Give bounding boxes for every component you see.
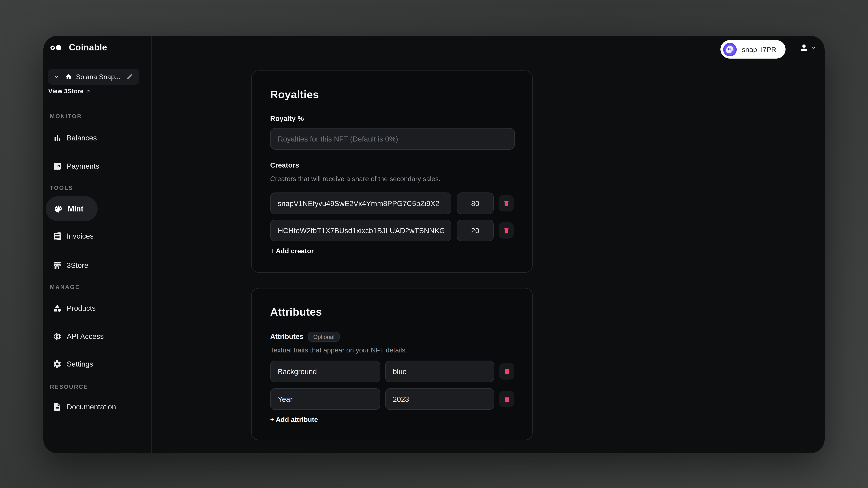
trash-icon [503,227,510,234]
attributes-description: Textual traits that appear on your NFT d… [270,346,514,355]
brand-name: Coinable [69,42,107,53]
section-label-resource: RESOURCE [50,383,88,390]
view-3store-label: View 3Store [48,88,84,94]
sidebar-item-payments[interactable]: Payments [43,156,151,176]
account-menu[interactable] [799,43,816,53]
creator-address-input[interactable] [270,220,452,241]
arrow-up-right-icon [86,89,91,94]
add-creator-button[interactable]: + Add creator [270,247,314,255]
attribute-value-input[interactable] [385,388,494,410]
creators-label: Creators [270,161,514,170]
view-3store-link[interactable]: View 3Store [48,88,91,94]
home-icon [65,73,72,80]
delete-creator-button[interactable] [499,195,514,212]
connected-wallet-button[interactable]: snap..i7PR [721,40,785,59]
sidebar-item-balances[interactable]: Balances [43,128,151,148]
delete-attribute-button[interactable] [499,363,514,380]
attribute-row [270,388,514,410]
trash-icon [503,396,510,403]
page-content: Royalties Royalty % Creators Creators th… [151,66,825,453]
delete-attribute-button[interactable] [499,391,514,407]
creator-row [270,220,514,241]
section-label-tools: TOOLS [50,184,73,191]
bar-chart-icon [53,133,62,142]
sidebar-item-invoices[interactable]: Invoices [43,226,151,246]
optional-badge: Optional [308,332,339,341]
chevron-down-icon [54,74,60,80]
attribute-name-input[interactable] [270,388,380,410]
royalty-percent-label: Royalty % [270,115,514,123]
sidebar-item-products[interactable]: Products [43,298,151,318]
top-header: snap..i7PR [151,36,825,66]
gear-icon [53,359,62,368]
attribute-row [270,361,514,382]
storefront-icon [53,261,62,270]
attributes-card: Attributes Attributes Optional Textual t… [251,288,533,440]
document-icon [53,402,62,411]
sidebar-item-documentation[interactable]: Documentation [43,397,151,416]
receipt-icon [53,231,62,240]
creator-share-input[interactable] [457,193,494,214]
creator-address-input[interactable] [270,193,452,214]
wallet-address-label: snap..i7PR [742,45,776,54]
sidebar: Coinable Solana Snap... View 3Store [43,36,152,453]
creator-row [270,193,514,214]
person-icon [799,43,809,53]
trash-icon [503,368,510,375]
main-area: snap..i7PR Royalties Royalty % [151,36,825,453]
section-label-manage: MANAGE [50,284,80,290]
attributes-title: Attributes [270,305,514,318]
brand-logo: Coinable [50,42,107,53]
chip-icon [53,332,62,341]
palette-icon [54,204,63,214]
workspace-name: Solana Snap... [76,73,120,80]
sidebar-item-3store[interactable]: 3Store [43,255,151,275]
trash-icon [503,200,510,207]
coinable-logo-icon [50,43,65,52]
edit-pencil-icon[interactable] [126,73,133,80]
desktop: Coinable Solana Snap... View 3Store [0,0,868,488]
wallet-icon [53,161,62,171]
attribute-value-input[interactable] [385,361,494,382]
sidebar-item-settings[interactable]: Settings [43,354,151,373]
attribute-name-input[interactable] [270,361,380,382]
royalties-title: Royalties [270,88,514,101]
creators-description: Creators that will receive a share of th… [270,174,514,183]
delete-creator-button[interactable] [499,222,514,238]
phantom-ghost-avatar [723,43,737,56]
workspace-selector[interactable]: Solana Snap... [48,69,140,85]
sidebar-item-mint[interactable]: Mint [45,196,98,221]
chevron-down-icon [811,45,816,51]
app-window: Coinable Solana Snap... View 3Store [43,36,825,453]
attributes-label: Attributes [270,332,304,341]
section-label-monitor: MONITOR [50,113,82,119]
creator-share-input[interactable] [457,220,494,241]
add-attribute-button[interactable]: + Add attribute [270,415,318,424]
sidebar-item-api-access[interactable]: API Access [43,326,151,346]
shapes-icon [53,303,62,313]
royalties-card: Royalties Royalty % Creators Creators th… [251,70,533,273]
royalty-percent-input[interactable] [270,128,515,150]
